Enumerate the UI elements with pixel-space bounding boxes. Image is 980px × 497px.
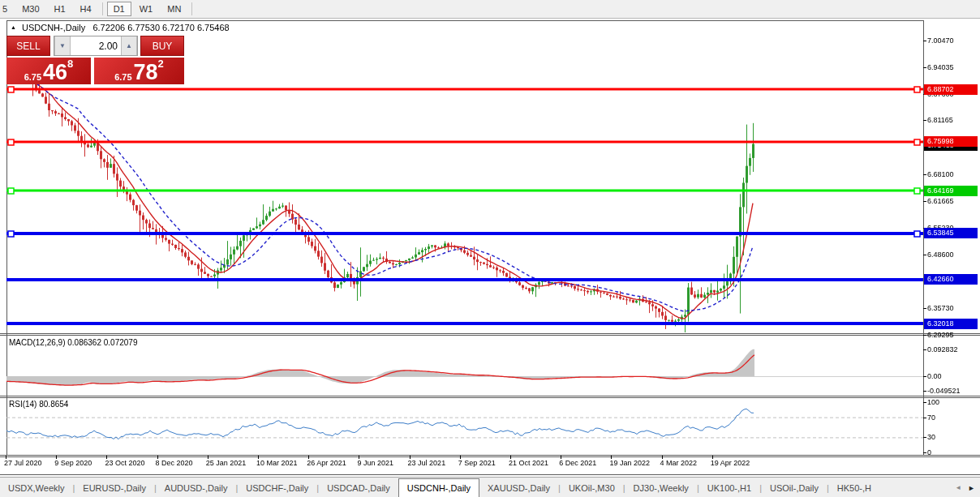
timeframe-toolbar: 5M30H1H4D1W1MN	[0, 0, 980, 19]
volume-input[interactable]: 2.00	[71, 36, 121, 55]
level-price-label[interactable]: 6.75998	[924, 136, 978, 147]
timeframe-button-h4[interactable]: H4	[74, 2, 98, 16]
level-price-label[interactable]: 6.53845	[924, 228, 978, 238]
tab-audusd-daily[interactable]: AUDUSD-,Daily	[157, 480, 236, 496]
date-axis-label: 23 Oct 2020	[105, 459, 144, 467]
sell-price-box[interactable]: 6.75 46 8	[6, 58, 91, 84]
buy-price-point: 2	[158, 58, 164, 69]
date-axis-label: 23 Jul 2021	[408, 459, 446, 467]
date-axis-label: 10 Mar 2021	[256, 459, 298, 467]
price-axis-label: 6.29295	[927, 331, 954, 339]
tab-usdcnh-daily[interactable]: USDCNH-,Daily	[398, 478, 479, 497]
collapse-icon[interactable]: ▲	[11, 24, 16, 30]
symbol-tab-bar: USDX,Weekly|EURUSD-,Daily|AUDUSD-,Daily|…	[0, 477, 980, 497]
tab-scroll-right-icon[interactable]: ►	[968, 484, 975, 492]
sell-price-pips: 46	[43, 62, 67, 83]
rsi-label: RSI(14) 80.8654	[9, 400, 68, 409]
rsi-scale-label: 70	[927, 413, 935, 422]
tab-scroll-left-icon[interactable]: ◄	[955, 484, 961, 491]
chevron-down-icon: ▼	[59, 42, 66, 49]
tab-xauusd-daily[interactable]: XAUUSD-,Daily	[479, 480, 558, 496]
price-axis-label: 6.35730	[927, 304, 954, 312]
toolbar-separator	[191, 2, 192, 15]
tab-ukoil-m30[interactable]: UKOil-,M30	[561, 480, 623, 496]
macd-label: MACD(12,26,9) 0.086362 0.072079	[9, 338, 137, 347]
date-axis-label: 26 Apr 2021	[307, 459, 346, 467]
macd-scale-label: 0.00	[927, 372, 942, 380]
price-axis-label: 6.94035	[927, 63, 954, 71]
trading-terminal-window: 5M30H1H4D1W1MN ▲ USDCNH-,Daily 6.72206 6…	[0, 0, 980, 497]
price-axis-label: 7.00470	[927, 36, 954, 45]
tab-uk100-h1[interactable]: UK100-,H1	[699, 480, 759, 496]
volume-increase-button[interactable]: ▲	[121, 36, 137, 55]
tab-dj30-weekly[interactable]: DJ30-,Weekly	[625, 480, 697, 496]
timeframe-button-h1[interactable]: H1	[48, 2, 72, 16]
buy-button[interactable]: BUY	[140, 36, 184, 56]
date-axis-label: 4 Mar 2022	[660, 459, 698, 467]
date-axis-label: 8 Dec 2020	[156, 459, 193, 467]
date-axis-label: 27 Jul 2020	[4, 459, 42, 467]
date-axis-label: 9 Sep 2020	[54, 459, 92, 467]
date-axis-label: 19 Apr 2022	[711, 459, 750, 467]
price-axis-label: 6.81165	[927, 116, 953, 124]
timeframe-button-mn[interactable]: MN	[161, 2, 187, 16]
macd-scale-label: 0.092832	[927, 345, 958, 353]
rsi-scale-label: 100	[927, 398, 939, 406]
rsi-scale-label: 0	[927, 448, 931, 456]
date-axis-label: 7 Sep 2021	[458, 459, 496, 467]
chart-header: ▲ USDCNH-,Daily 6.72206 6.77530 6.72170 …	[11, 23, 230, 32]
toolbar-separator	[102, 2, 103, 15]
macd-scale-label: -0.049521	[927, 387, 961, 395]
buy-price-pips: 78	[134, 62, 158, 83]
price-axis-label: 6.68100	[927, 170, 954, 178]
level-price-label[interactable]: 6.88702	[924, 84, 978, 95]
tab-usoil-daily[interactable]: USOil-,Daily	[762, 480, 827, 496]
level-price-label[interactable]: 6.64169	[924, 186, 978, 196]
ohlc-values: 6.72206 6.77530 6.72170 6.75468	[92, 23, 229, 32]
volume-decrease-button[interactable]: ▼	[54, 36, 71, 55]
tab-usdchf-daily[interactable]: USDCHF-,Daily	[238, 480, 316, 496]
one-click-trading-panel: SELL ▼ 2.00 ▲ BUY 6.75 46 8 6.75 78 2	[6, 36, 184, 83]
tab-usdx-weekly[interactable]: USDX,Weekly	[0, 480, 72, 496]
tab-hk50-h[interactable]: HK50-,H	[829, 480, 879, 496]
timeframe-button-5[interactable]: 5	[0, 2, 14, 16]
sell-price-point: 8	[67, 58, 73, 69]
date-axis-label: 9 Jun 2021	[357, 459, 393, 467]
price-axis-label: 6.61665	[927, 197, 954, 205]
date-axis-label: 19 Jan 2022	[609, 459, 650, 467]
timeframe-button-m30[interactable]: M30	[15, 2, 45, 16]
tab-scroll-controls: ◄►	[955, 484, 980, 492]
symbol-title: USDCNH-,Daily	[22, 23, 85, 32]
timeframe-button-w1[interactable]: W1	[133, 2, 160, 16]
timeframe-button-d1[interactable]: D1	[107, 2, 131, 16]
level-price-label[interactable]: 6.32018	[924, 319, 978, 329]
sell-price-prefix: 6.75	[24, 71, 41, 83]
date-axis-label: 21 Oct 2021	[509, 459, 548, 467]
date-axis-label: 6 Dec 2021	[559, 459, 596, 467]
level-price-label[interactable]: 6.42660	[924, 274, 978, 285]
chevron-up-icon: ▲	[126, 42, 132, 49]
buy-price-box[interactable]: 6.75 78 2	[94, 58, 184, 84]
tab-eurusd-daily[interactable]: EURUSD-,Daily	[75, 480, 154, 496]
volume-stepper: ▼ 2.00 ▲	[54, 36, 138, 56]
buy-price-prefix: 6.75	[114, 71, 131, 83]
price-axis-label: 6.48600	[927, 251, 954, 259]
sell-button[interactable]: SELL	[6, 36, 50, 56]
tab-usdcad-daily[interactable]: USDCAD-,Daily	[319, 480, 398, 496]
date-axis-label: 25 Jan 2021	[206, 459, 247, 467]
rsi-scale-label: 30	[927, 433, 935, 441]
